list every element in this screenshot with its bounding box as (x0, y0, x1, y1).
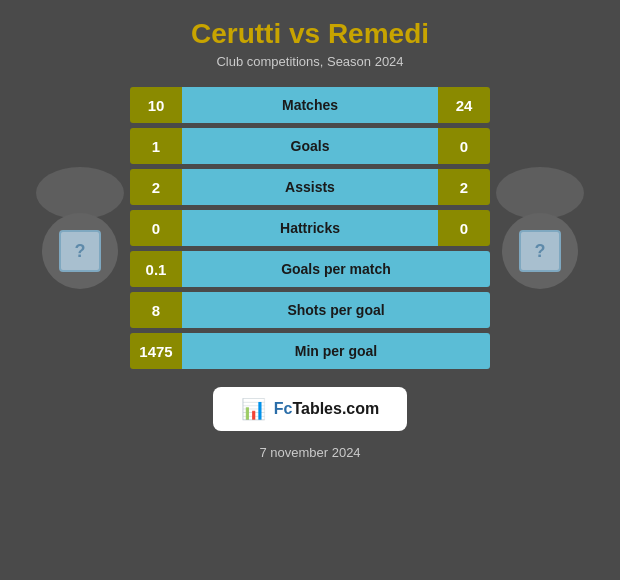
stats-table: 10Matches241Goals02Assists20Hattricks00.… (130, 87, 490, 369)
stat-row-assists: 2Assists2 (130, 169, 490, 205)
stat-label-6: Min per goal (182, 333, 490, 369)
watermark-icon: 📊 (241, 397, 266, 421)
stat-row-shots-per-goal: 8Shots per goal (130, 292, 490, 328)
stat-label-4: Goals per match (182, 251, 490, 287)
stat-left-1: 1 (130, 128, 182, 164)
watermark: 📊 FcTables.com (213, 387, 408, 431)
right-player-avatar: ? (490, 167, 590, 289)
watermark-text: FcTables.com (274, 400, 380, 418)
right-question-icon: ? (519, 230, 561, 272)
stat-row-hattricks: 0Hattricks0 (130, 210, 490, 246)
page-title: Cerutti vs Remedi (0, 18, 620, 50)
stat-label-0: Matches (182, 87, 438, 123)
stat-label-5: Shots per goal (182, 292, 490, 328)
stat-right-2: 2 (438, 169, 490, 205)
left-circle: ? (42, 213, 118, 289)
stat-left-0: 10 (130, 87, 182, 123)
stat-row-matches: 10Matches24 (130, 87, 490, 123)
stat-row-goals-per-match: 0.1Goals per match (130, 251, 490, 287)
stat-left-6: 1475 (130, 333, 182, 369)
left-question-icon: ? (59, 230, 101, 272)
left-player-avatar: ? (30, 167, 130, 289)
stat-left-5: 8 (130, 292, 182, 328)
stat-left-3: 0 (130, 210, 182, 246)
stat-left-4: 0.1 (130, 251, 182, 287)
stat-label-2: Assists (182, 169, 438, 205)
main-content: ? 10Matches241Goals02Assists20Hattricks0… (0, 87, 620, 369)
subtitle: Club competitions, Season 2024 (0, 54, 620, 69)
stat-right-0: 24 (438, 87, 490, 123)
left-ellipse (36, 167, 124, 219)
stat-left-2: 2 (130, 169, 182, 205)
stat-right-3: 0 (438, 210, 490, 246)
date: 7 november 2024 (259, 445, 360, 460)
right-circle: ? (502, 213, 578, 289)
stat-label-1: Goals (182, 128, 438, 164)
stat-row-goals: 1Goals0 (130, 128, 490, 164)
right-ellipse (496, 167, 584, 219)
stat-right-1: 0 (438, 128, 490, 164)
stat-label-3: Hattricks (182, 210, 438, 246)
header: Cerutti vs Remedi Club competitions, Sea… (0, 0, 620, 75)
stat-row-min-per-goal: 1475Min per goal (130, 333, 490, 369)
